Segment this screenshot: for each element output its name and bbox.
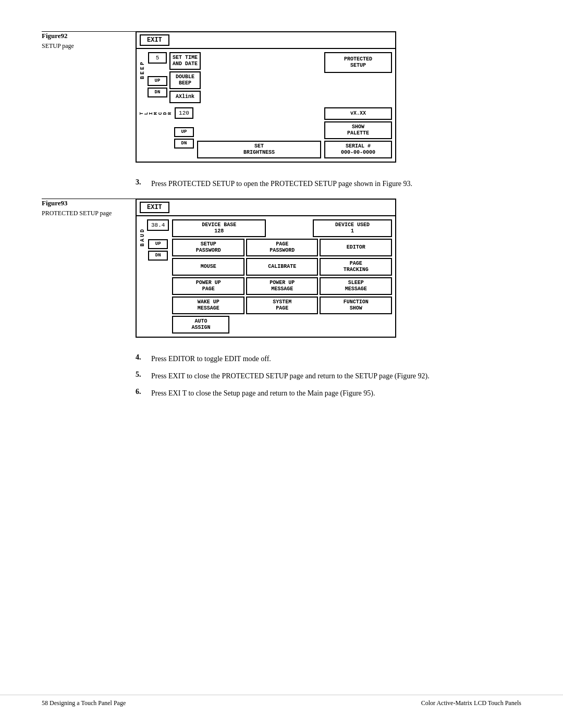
step-5-text: Press EXIT to close the PROTECTED SETUP … (151, 371, 430, 381)
timer-vert-label: TLIMCDR (140, 112, 173, 115)
power-up-page-btn[interactable]: POWER UPPAGE (172, 277, 244, 295)
figure-93-exit-btn[interactable]: EXIT (140, 202, 169, 213)
mouse-btn[interactable]: MOUSE (172, 258, 244, 276)
serial-number-btn: SERIAL #000-00-0000 (324, 141, 392, 158)
step-5-num: 5. (136, 371, 147, 381)
auto-assign-btn[interactable]: AUTOASSIGN (172, 316, 229, 334)
figure-93-content: BAUD 38.4 UP DN DEVICE BASE12 (137, 216, 395, 337)
step-3-num: 3. (136, 178, 147, 189)
step-3: 3. Press PROTECTED SETUP to open the PRO… (136, 178, 521, 189)
calibrate-btn[interactable]: CALIBRATE (246, 258, 319, 276)
page-tracking-btn[interactable]: PAGETRACKING (320, 258, 392, 276)
setup-password-btn[interactable]: SETUPPASSWORD (172, 239, 244, 256)
timer-dn-btn[interactable]: DN (174, 139, 194, 149)
footer: 58 Designing a Touch Panel Page Color Ac… (0, 695, 563, 707)
device-used-btn: DEVICE USED1 (313, 219, 392, 237)
step-6-text: Press EXI T to close the Setup page and … (151, 388, 375, 399)
device-base-btn: DEVICE BASE128 (172, 219, 266, 237)
beep-vert-label: BEEP (140, 60, 145, 79)
power-up-message-btn[interactable]: POWER UPMESSAGE (246, 277, 319, 295)
beep-up-btn[interactable]: UP (148, 76, 167, 86)
figure-92-exit-btn[interactable]: EXIT (140, 34, 169, 46)
figure-92-content: BEEP 5 UP DN SET TIMEAND DA (137, 49, 395, 162)
set-brightness-btn[interactable]: SETBRIGHTNESS (197, 141, 321, 158)
step-4: 4. Press EDITOR to toggle EDIT mode off. (136, 353, 521, 364)
axlink-btn[interactable]: AXlink (169, 91, 201, 103)
page-password-btn[interactable]: PAGEPASSWORD (246, 239, 319, 256)
figure-92-middle-col: SET TIMEAND DATE DOUBLEBEEP AXlink (169, 52, 201, 103)
figure-92-caption: SETUP page (42, 42, 130, 50)
editor-btn[interactable]: EDITOR (320, 239, 392, 256)
sleep-message-btn[interactable]: SLEEPMESSAGE (320, 277, 392, 295)
figure-93-exit-row: EXIT (137, 200, 395, 216)
timer-up-btn[interactable]: UP (174, 127, 194, 137)
figure-92-exit-row: EXIT (137, 32, 395, 49)
figure-93-ui-box: EXIT BAUD 38.4 UP DN (136, 199, 396, 338)
function-show-btn[interactable]: FUNCTIONSHOW (320, 297, 392, 314)
figure-93-label: Figure93 (42, 199, 130, 207)
figure-92-label: Figure92 (42, 32, 130, 40)
version-btn: vX.XX (324, 107, 392, 120)
double-beep-btn[interactable]: DOUBLEBEEP (169, 71, 201, 89)
baud-number: 38.4 (147, 219, 169, 231)
figure-93-section: Figure93 PROTECTED SETUP page EXIT BAUD … (42, 199, 521, 338)
wake-up-message-btn[interactable]: WAKE UPMESSAGE (172, 297, 244, 314)
figure-92-right: PROTECTEDSETUP (324, 52, 392, 73)
protected-setup-btn[interactable]: PROTECTEDSETUP (324, 52, 392, 73)
baud-dn-btn[interactable]: DN (148, 251, 168, 261)
set-time-date-btn[interactable]: SET TIMEAND DATE (169, 52, 201, 70)
baud-vert-label: BAUD (140, 228, 145, 246)
figure-92-ui-box: EXIT BEEP 5 (136, 31, 396, 163)
baud-up-btn[interactable]: UP (148, 239, 168, 249)
step-6-num: 6. (136, 388, 147, 399)
figure-92-left: BEEP 5 UP DN SET TIMEAND DA (140, 52, 321, 103)
step-5: 5. Press EXIT to close the PROTECTED SET… (136, 371, 521, 381)
step-4-num: 4. (136, 353, 147, 364)
beep-number: 5 (148, 52, 167, 64)
step-3-text: Press PROTECTED SETUP to open the PROTEC… (151, 178, 412, 189)
figure-92-main-row: BEEP 5 UP DN SET TIMEAND DA (140, 52, 392, 103)
figure-92-section: Figure92 SETUP page EXIT BEEP (42, 31, 521, 163)
timer-number: 120 (175, 107, 193, 119)
figure-93-label-col: Figure93 PROTECTED SETUP page (42, 199, 136, 217)
figure-93-caption: PROTECTED SETUP page (42, 209, 130, 217)
step-6: 6. Press EXI T to close the Setup page a… (136, 388, 521, 399)
footer-right: Color Active-Matrix LCD Touch Panels (421, 699, 521, 707)
step-4-text: Press EDITOR to toggle EDIT mode off. (151, 353, 271, 364)
beep-dn-btn[interactable]: DN (148, 88, 167, 97)
system-page-btn[interactable]: SYSTEMPAGE (246, 297, 319, 314)
footer-left: 58 Designing a Touch Panel Page (42, 699, 126, 707)
figure-92-label-col: Figure92 SETUP page (42, 31, 136, 50)
show-palette-btn[interactable]: SHOWPALETTE (324, 121, 392, 139)
